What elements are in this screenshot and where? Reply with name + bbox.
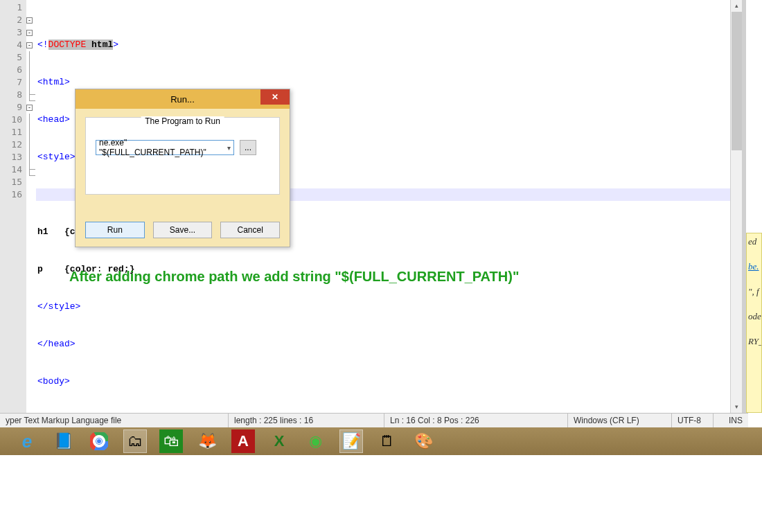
code-text: DOCTYPE [48, 39, 91, 50]
status-length: length : 225 lines : 16 [229, 414, 384, 427]
line-number: 11 [1, 126, 22, 139]
chrome-icon[interactable] [87, 429, 111, 453]
line-number: 10 [1, 114, 22, 126]
sticky-text: ed [748, 236, 760, 247]
ie-icon[interactable]: e [15, 429, 39, 453]
status-eol[interactable]: Windows (CR LF) [568, 414, 672, 427]
line-number: 15 [1, 176, 22, 188]
code-text: </style> [37, 301, 742, 313]
close-button[interactable]: ✕ [260, 89, 290, 105]
program-combo[interactable]: ne.exe" "$(FULL_CURRENT_PATH)" ▾ [96, 140, 234, 155]
dialog-titlebar[interactable]: Run... ✕ [76, 89, 290, 109]
fold-column: - - - - [26, 0, 36, 413]
line-number: 1 [1, 1, 22, 14]
code-text: <body> [37, 375, 742, 388]
scroll-down-icon[interactable]: ▾ [731, 401, 742, 413]
line-number: 16 [1, 188, 22, 201]
line-number: 6 [1, 64, 22, 76]
combo-value: ne.exe" "$(FULL_CURRENT_PATH)" [99, 138, 227, 157]
run-button[interactable]: Run [85, 222, 145, 238]
line-number: 12 [1, 139, 22, 151]
status-encoding[interactable]: UTF-8 [672, 414, 714, 427]
code-text: </head> [37, 338, 742, 351]
line-number: 13 [1, 151, 22, 163]
line-number: 5 [1, 51, 22, 64]
blank-area [0, 455, 762, 532]
fold-toggle-icon[interactable]: - [26, 17, 33, 24]
code-text: <! [37, 39, 48, 50]
cancel-button[interactable]: Cancel [220, 222, 280, 238]
taskbar[interactable]: e 📘 🗂 🛍 🦊 A X ◉ 📝 🗒 🎨 [0, 427, 762, 455]
save-button[interactable]: Save... [153, 222, 213, 238]
scroll-thumb[interactable] [732, 12, 742, 150]
scroll-up-icon[interactable]: ▴ [731, 0, 742, 12]
fold-toggle-icon[interactable]: - [26, 42, 33, 48]
dialog-body: The Program to Run ne.exe" "$(FULL_CURRE… [85, 117, 280, 195]
run-dialog: Run... ✕ The Program to Run ne.exe" "$(F… [75, 89, 290, 247]
code-text: h1 [37, 227, 64, 237]
line-gutter: 1 2 3 4 5 6 7 8 9 10 11 12 13 14 15 16 [0, 0, 26, 413]
code-text: > [113, 39, 118, 50]
line-number: 8 [1, 89, 22, 101]
vertical-scrollbar[interactable]: ▴ ▾ [730, 0, 742, 413]
status-position: Ln : 16 Col : 8 Pos : 226 [384, 414, 568, 427]
annotation-text: After adding chrome path we add string "… [69, 269, 519, 285]
dialog-buttons: Run Save... Cancel [85, 222, 280, 238]
store-icon[interactable]: 🛍 [159, 429, 183, 453]
chevron-down-icon[interactable]: ▾ [227, 144, 231, 152]
status-insert-mode[interactable]: INS [714, 414, 748, 427]
statusbar: yper Text Markup Language file length : … [0, 413, 748, 427]
code-text: html [91, 39, 113, 50]
line-number: 2 [1, 14, 22, 26]
notepadpp-icon[interactable]: 📝 [339, 429, 363, 453]
sticky-notes-icon[interactable]: 🗒 [375, 429, 399, 453]
group-label: The Program to Run [141, 116, 224, 126]
sticky-text: RY_ [748, 336, 760, 347]
code-text: <html> [37, 76, 742, 89]
line-number: 9 [1, 101, 22, 114]
paint-icon[interactable]: 🎨 [411, 429, 435, 453]
code-text: { [64, 227, 70, 237]
code-text: p [37, 264, 64, 274]
status-filetype: yper Text Markup Language file [0, 414, 229, 427]
sticky-link[interactable]: be. [748, 261, 760, 272]
fold-toggle-icon[interactable]: - [26, 105, 33, 111]
file-explorer-icon[interactable]: 🗂 [123, 429, 147, 453]
sticky-text: ode [748, 311, 760, 322]
adobe-reader-icon[interactable]: A [231, 429, 255, 453]
sticky-text: ", f [748, 286, 760, 297]
sticky-note[interactable]: ed be. ", f ode RY_ [746, 233, 762, 413]
line-number: 4 [1, 39, 22, 51]
browse-button[interactable]: ... [240, 140, 256, 155]
firefox-icon[interactable]: 🦊 [195, 429, 219, 453]
close-icon: ✕ [272, 92, 278, 102]
svg-point-6 [97, 439, 101, 443]
line-number: 3 [1, 26, 22, 39]
excel-icon[interactable]: X [267, 429, 291, 453]
line-number: 7 [1, 76, 22, 89]
journal-icon[interactable]: 📘 [51, 429, 75, 453]
green-app-icon[interactable]: ◉ [303, 429, 327, 453]
line-number: 14 [1, 163, 22, 176]
dialog-title: Run... [170, 94, 195, 105]
fold-toggle-icon[interactable]: - [26, 30, 33, 36]
